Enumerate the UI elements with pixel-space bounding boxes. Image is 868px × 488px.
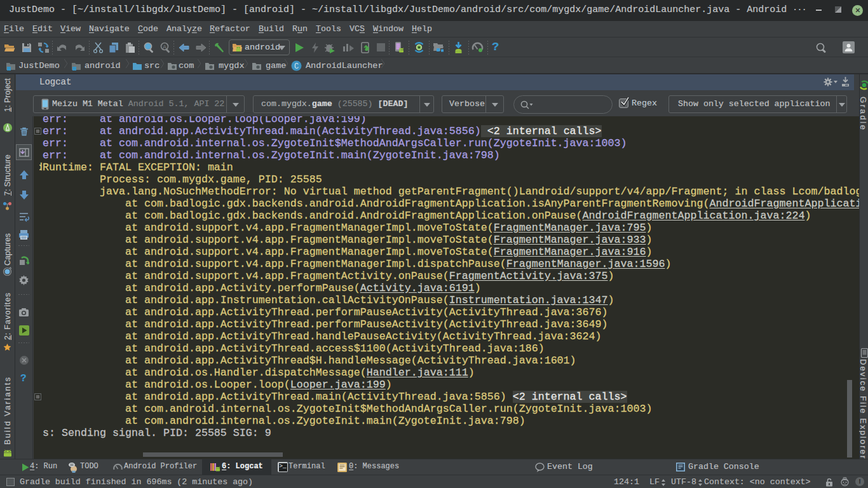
svg-text:A: A	[163, 44, 166, 50]
svg-text:C: C	[294, 62, 299, 71]
